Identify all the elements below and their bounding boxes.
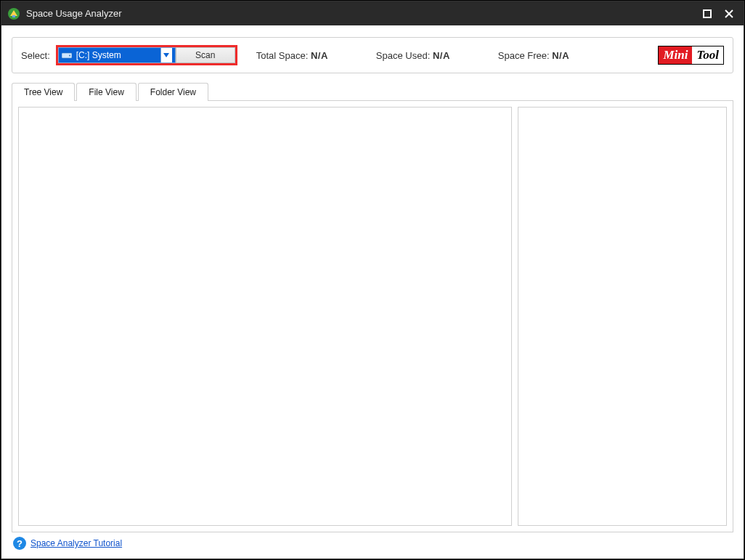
space-free-value: N/A — [552, 50, 569, 61]
minitool-logo: Mini Tool — [658, 46, 724, 65]
panels-container — [12, 100, 733, 532]
tab-tree-view[interactable]: Tree View — [12, 83, 75, 101]
toolbar: Select: [C:] System Scan Total Space: N/… — [12, 37, 733, 73]
window-title: Space Usage Analyzer — [26, 8, 122, 19]
total-space-value: N/A — [311, 50, 328, 61]
help-icon[interactable]: ? — [13, 537, 26, 550]
space-free-label: Space Free: — [498, 50, 550, 61]
svg-point-4 — [69, 54, 70, 56]
scan-button[interactable]: Scan — [176, 47, 235, 63]
drive-dropdown[interactable]: [C:] System — [58, 47, 176, 63]
detail-panel — [518, 107, 727, 526]
total-space: Total Space: N/A — [256, 50, 328, 61]
drive-icon — [62, 52, 72, 60]
tabs: Tree View File View Folder View — [12, 83, 733, 101]
svg-rect-1 — [12, 15, 15, 17]
logo-tool: Tool — [692, 46, 723, 64]
tree-panel — [18, 107, 512, 526]
tutorial-link[interactable]: Space Analyzer Tutorial — [30, 538, 122, 548]
drive-selected-text: [C:] System — [76, 50, 160, 60]
app-window: Space Usage Analyzer Select: [C:] System — [1, 1, 744, 559]
select-label: Select: — [21, 50, 50, 61]
logo-mini: Mini — [659, 46, 692, 64]
close-button[interactable] — [720, 5, 738, 23]
drive-scan-highlight: [C:] System Scan — [56, 45, 237, 65]
content-area: Select: [C:] System Scan Total Space: N/… — [1, 25, 744, 559]
space-used: Space Used: N/A — [376, 50, 450, 61]
space-used-label: Space Used: — [376, 50, 430, 61]
app-icon — [7, 7, 20, 20]
tab-file-view[interactable]: File View — [76, 83, 136, 101]
space-free: Space Free: N/A — [498, 50, 569, 61]
titlebar: Space Usage Analyzer — [1, 1, 744, 25]
svg-rect-2 — [704, 10, 711, 17]
tab-folder-view[interactable]: Folder View — [138, 83, 208, 101]
maximize-button[interactable] — [699, 5, 716, 23]
chevron-down-icon — [160, 48, 172, 62]
total-space-label: Total Space: — [256, 50, 309, 61]
space-used-value: N/A — [433, 50, 450, 61]
footer: ? Space Analyzer Tutorial — [12, 532, 733, 554]
